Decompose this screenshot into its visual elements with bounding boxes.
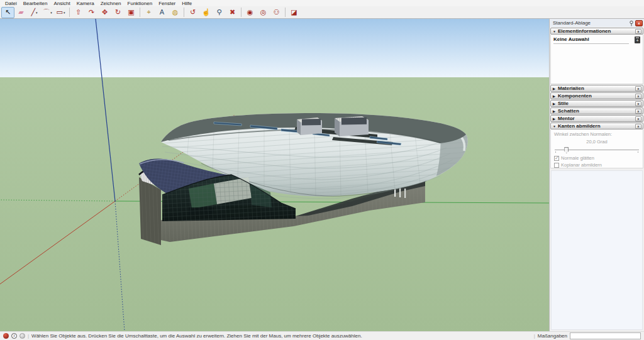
section-close-button[interactable]: x (635, 94, 641, 99)
position-camera-icon: ◉ (247, 9, 253, 16)
orbit-tool[interactable]: ↺ (186, 7, 199, 18)
measurements-label: Maßangaben (538, 333, 567, 339)
toolbar-group: ⇧↷✥↻▣ (72, 6, 138, 19)
menu-item-fenster[interactable]: Fenster (155, 1, 179, 6)
angle-value: 20,0 (586, 139, 596, 145)
section-title: Mentor (558, 116, 575, 121)
toolbar-separator (285, 8, 286, 17)
follow-me-tool[interactable]: ↷ (85, 7, 98, 18)
slider-tick (555, 151, 556, 153)
angle-slider[interactable] (554, 146, 640, 154)
sky (0, 19, 549, 77)
menu-item-kamera[interactable]: Kamera (74, 1, 97, 6)
rotate-icon: ↻ (115, 9, 121, 16)
smooth-normals-checkbox[interactable]: ✓ (554, 156, 559, 161)
section-header-kanten-abmildern[interactable]: ▼ Kanten abmildern x (550, 123, 643, 129)
angle-value-row: 20,0 Grad (554, 139, 640, 145)
move-tool[interactable]: ✥ (98, 7, 111, 18)
tray-close-button[interactable]: x (635, 20, 643, 26)
pin-icon[interactable] (629, 20, 634, 26)
look-around-icon: ◎ (260, 9, 267, 16)
offset-icon: ▣ (128, 9, 134, 16)
toolbar-group: ↺☝⚲✖ (186, 6, 239, 19)
collapsed-sections: ▶Materialienx▶Komponentenx▶Stilex▶Schatt… (550, 84, 644, 122)
tape-measure-tool[interactable]: ⌖ (142, 7, 155, 18)
push-pull-icon: ⇧ (75, 9, 81, 16)
element-info-content: Keine Auswahl (550, 35, 643, 84)
toolbar-separator (241, 8, 242, 17)
select-icon: ↖ (5, 9, 11, 16)
section-header-schatten[interactable]: ▶Schattenx (550, 107, 643, 114)
zoom-extents-tool[interactable]: ✖ (226, 7, 239, 18)
help-icon[interactable] (3, 333, 9, 339)
eraser-tool[interactable]: ▰ (14, 7, 28, 18)
soften-coplanar-checkbox[interactable] (554, 163, 559, 168)
section-close-button[interactable]: x (635, 86, 641, 91)
geolocation-icon[interactable] (19, 333, 25, 339)
section-close-button[interactable]: x (635, 124, 641, 129)
expand-arrow-icon: ▶ (553, 87, 558, 90)
orbit-icon: ↺ (190, 9, 196, 16)
arc-tool[interactable]: ⌒▾ (41, 7, 54, 18)
section-close-button[interactable]: x (635, 109, 641, 114)
section-header-stile[interactable]: ▶Stilex (550, 100, 643, 107)
soften-edges-content: Winkel zwischen Normalen: 20,0 Grad ✓ No… (550, 129, 643, 168)
measurements-input[interactable] (570, 332, 641, 339)
column (404, 189, 406, 198)
rectangle-tool[interactable]: ▭▾ (54, 7, 67, 18)
slider-thumb[interactable] (564, 147, 569, 153)
dropdown-arrow-icon[interactable]: ▾ (50, 11, 52, 14)
section-close-button[interactable]: x (635, 101, 641, 106)
offset-tool[interactable]: ▣ (125, 7, 138, 18)
dropdown-arrow-icon[interactable]: ▾ (36, 11, 38, 14)
menu-item-zeichnen[interactable]: Zeichnen (97, 1, 125, 6)
follow-me-icon: ↷ (89, 9, 94, 16)
menu-item-bearbeiten[interactable]: Bearbeiten (20, 1, 51, 6)
status-hint: Wählen Sie Objekte aus. Drücken Sie die … (31, 333, 362, 339)
section-header-komponenten[interactable]: ▶Komponentenx (550, 92, 643, 99)
divider: | (28, 333, 29, 339)
push-pull-tool[interactable]: ⇧ (72, 7, 85, 18)
paint-bucket-tool[interactable]: ◍ (169, 7, 182, 18)
material-swatch-icon[interactable] (635, 36, 640, 43)
3d-viewport[interactable] (0, 19, 549, 331)
section-plane-icon: ◪ (291, 9, 297, 16)
line-tool[interactable]: ╱▾ (28, 7, 41, 18)
coplanar-checkbox-row: Koplanar abmildern (554, 162, 640, 168)
zoom-extents-icon: ✖ (230, 9, 235, 16)
section-title: Elementinformationen (558, 28, 611, 34)
paint-bucket-icon: ◍ (172, 9, 179, 16)
collapse-arrow-icon: ▼ (553, 124, 558, 128)
menu-item-datei[interactable]: Datei (2, 1, 20, 6)
menu-item-funktionen[interactable]: Funktionen (125, 1, 156, 6)
position-camera-tool[interactable]: ◉ (243, 7, 257, 18)
smooth-normals-label: Normale glätten (561, 155, 594, 161)
dropdown-arrow-icon[interactable]: ▾ (64, 11, 65, 14)
rotate-tool[interactable]: ↻ (111, 7, 125, 18)
section-plane-tool[interactable]: ◪ (287, 7, 301, 18)
section-title: Komponenten (558, 93, 592, 99)
angle-unit: Grad (597, 139, 608, 145)
zoom-tool[interactable]: ⚲ (213, 7, 226, 18)
soften-coplanar-label: Koplanar abmildern (561, 162, 602, 168)
select-tool[interactable]: ↖ (1, 7, 14, 18)
walk-icon: ⚇ (274, 9, 280, 16)
look-around-tool[interactable]: ◎ (257, 7, 270, 18)
menu-item-ansicht[interactable]: Ansicht (50, 1, 73, 6)
section-close-button[interactable]: x (635, 116, 641, 121)
pan-tool[interactable]: ☝ (199, 7, 213, 18)
section-header-mentor[interactable]: ▶Mentorx (550, 115, 643, 122)
angle-between-normals-label: Winkel zwischen Normalen: (554, 131, 640, 137)
info-icon[interactable]: i (11, 333, 17, 339)
text-tool[interactable]: A (155, 7, 169, 18)
collapse-arrow-icon: ▼ (553, 30, 558, 33)
toolbar: ↖▰╱▾⌒▾▭▾⇧↷✥↻▣⌖A◍↺☝⚲✖◉◎⚇◪ (0, 6, 644, 19)
menu-item-hilfe[interactable]: Hilfe (179, 1, 195, 6)
section-header-elementinformationen[interactable]: ▼ Elementinformationen x (550, 28, 643, 35)
column (399, 187, 401, 197)
section-header-materialien[interactable]: ▶Materialienx (550, 85, 643, 92)
section-close-button[interactable]: x (635, 29, 641, 34)
checkmark-icon: ✓ (555, 155, 559, 161)
status-bar: i | Wählen Sie Objekte aus. Drücken Sie … (0, 331, 644, 340)
walk-tool[interactable]: ⚇ (270, 7, 283, 18)
